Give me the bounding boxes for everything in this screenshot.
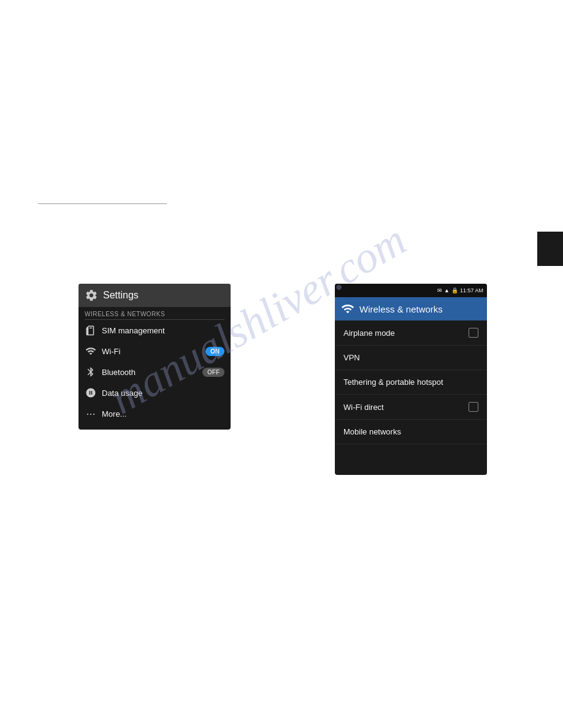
data-icon [85,387,97,399]
vpn-label: VPN [343,353,478,362]
mobile-networks-label: Mobile networks [343,427,478,436]
wifi-toggle[interactable]: ON [205,347,224,356]
time-display: 11:57 AM [460,287,483,294]
status-bar: ✉ ▲ 🔒 11:57 AM [335,284,487,297]
wifi-direct-item[interactable]: Wi-Fi direct [335,395,487,420]
wifi-direct-label: Wi-Fi direct [343,403,469,412]
status-icons: ✉ ▲ 🔒 11:57 AM [437,287,483,294]
sim-management-item[interactable]: SIM management [79,320,231,341]
data-usage-label: Data usage [102,389,224,398]
data-usage-item[interactable]: Data usage [79,382,231,403]
airplane-mode-item[interactable]: Airplane mode [335,320,487,346]
wifi-direct-checkbox[interactable] [469,402,478,412]
bluetooth-toggle[interactable]: OFF [202,368,224,377]
bluetooth-icon [85,366,97,378]
wireless-title: Wireless & networks [359,304,443,314]
wifi-icon [85,345,97,357]
sim-management-label: SIM management [102,326,224,335]
vpn-item[interactable]: VPN [335,346,487,370]
phone-screenshot-left: Settings WIRELESS & NETWORKS SIM managem… [79,284,231,430]
settings-title: Settings [103,290,139,301]
sim-icon [85,324,97,336]
gear-icon [85,289,98,302]
right-side-bar [537,232,563,266]
phone-screenshot-right: ✉ ▲ 🔒 11:57 AM Wireless & networks Airpl… [335,284,487,475]
wireless-section-label: WIRELESS & NETWORKS [79,307,231,319]
network-icon: 🔒 [451,287,458,294]
wireless-title-bar: Wireless & networks [335,297,487,320]
more-icon: ··· [85,408,97,420]
wifi-item[interactable]: Wi-Fi ON [79,341,231,362]
airplane-mode-checkbox[interactable] [469,328,478,338]
signal-icon: ▲ [444,287,450,294]
more-item[interactable]: ··· More... [79,403,231,424]
tethering-item[interactable]: Tethering & portable hotspot [335,370,487,395]
settings-title-bar: Settings [79,284,231,307]
tethering-label: Tethering & portable hotspot [343,377,478,387]
mobile-networks-item[interactable]: Mobile networks [335,420,487,444]
wireless-icon [341,302,354,316]
airplane-mode-label: Airplane mode [343,328,469,338]
bluetooth-label: Bluetooth [102,368,202,377]
wifi-label: Wi-Fi [102,347,205,356]
more-label: More... [102,409,224,419]
bluetooth-item[interactable]: Bluetooth OFF [79,362,231,382]
message-icon: ✉ [437,287,442,294]
section-divider [38,203,167,204]
